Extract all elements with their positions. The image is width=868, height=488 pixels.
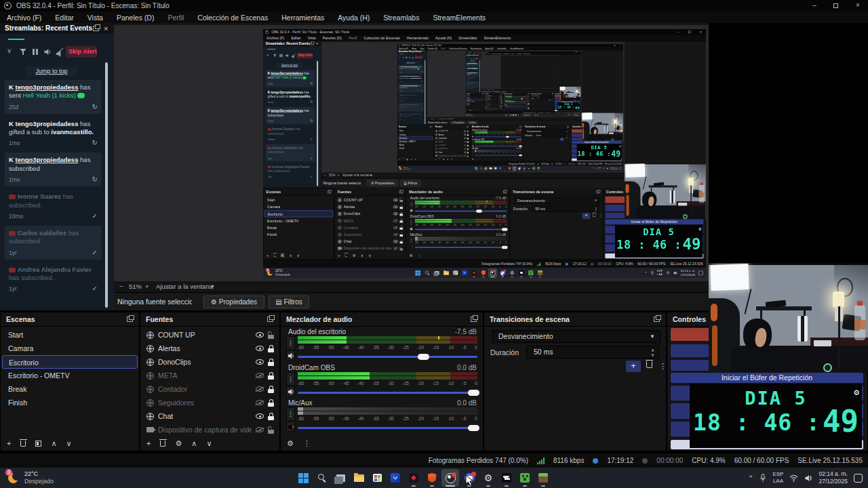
visibility-eye-icon[interactable] (256, 359, 264, 365)
lock-icon[interactable] (268, 359, 274, 366)
visibility-eye-icon[interactable] (256, 413, 264, 419)
source-row[interactable]: DonoClips (142, 355, 278, 369)
popout-icon[interactable] (93, 26, 99, 31)
replay-event-icon[interactable]: ↻ (92, 104, 98, 111)
volume-slider[interactable] (298, 388, 477, 396)
transition-menu-kebab-icon[interactable]: ⋮ (659, 361, 667, 372)
add-source-button[interactable]: + (146, 440, 151, 447)
menu-streamlabs[interactable]: Streamlabs (376, 14, 426, 22)
start-button[interactable] (294, 469, 312, 487)
scene-item[interactable]: Escritorio - OMETV (2, 369, 138, 382)
event-user[interactable]: Ivonne Suarez (18, 192, 61, 200)
menu-ayuda[interactable]: Ayuda (H) (331, 14, 376, 22)
menu-herramientas[interactable]: Herramientas (275, 14, 331, 22)
start-replay-buffer-button[interactable]: Iniciar el Búfer de Repetición (671, 373, 863, 383)
volume-icon[interactable] (804, 474, 812, 482)
microphone-icon[interactable] (760, 474, 766, 483)
lock-icon[interactable] (268, 372, 274, 380)
duration-spinbox[interactable]: 50 ms ∧ ∨ (526, 346, 659, 359)
volume-slider[interactable] (298, 424, 477, 432)
channel-menu-kebab-icon[interactable]: ⋮ (286, 336, 295, 350)
zoom-in-button[interactable]: + (145, 283, 149, 290)
popout-icon[interactable] (654, 317, 660, 322)
replay-event-icon[interactable]: ↻ (92, 140, 98, 147)
add-scene-button[interactable]: + (7, 440, 11, 447)
volume-slider-handle[interactable] (468, 390, 479, 396)
transition-select[interactable]: Desvanecimiento▼ (492, 330, 660, 343)
move-source-up-button[interactable]: ∧ (191, 440, 197, 447)
pause-icon[interactable] (33, 49, 38, 55)
event-card[interactable]: tengo3propiedadess has subscribed 1mo↻ (5, 152, 102, 186)
hidden-eye-icon[interactable] (256, 386, 264, 392)
event-user[interactable]: tengo3propiedadess (16, 83, 79, 91)
lock-icon[interactable] (268, 345, 274, 352)
event-user[interactable]: Carlos saldañez (18, 229, 66, 237)
popout-icon[interactable] (471, 317, 477, 322)
unlock-icon[interactable] (268, 331, 274, 339)
red-app-button[interactable] (405, 469, 422, 487)
popout-icon[interactable] (267, 317, 273, 322)
mixer-menu-kebab-icon[interactable]: ⋮ (303, 440, 311, 447)
minimize-button[interactable]: – (810, 1, 819, 10)
speaker-icon[interactable] (43, 48, 52, 56)
scene-item-selected[interactable]: Escritorio (2, 355, 138, 369)
mute-speaker-icon[interactable] (286, 350, 295, 361)
task-view-button[interactable] (332, 469, 349, 487)
menu-streamelements[interactable]: StreamElements (426, 14, 492, 22)
move-scene-down-button[interactable]: ∨ (66, 440, 72, 447)
fit-dropdown-caret-icon[interactable]: ▼ (210, 284, 215, 289)
lock-icon[interactable] (268, 386, 274, 393)
lock-icon[interactable] (268, 399, 274, 407)
add-transition-button[interactable]: + (626, 361, 641, 372)
taskbar-search-button[interactable] (313, 469, 331, 487)
hidden-eye-icon[interactable] (256, 400, 264, 405)
scene-item[interactable]: Camara (2, 342, 138, 355)
minecraft-creeper-button[interactable] (516, 469, 534, 487)
muted-speaker-icon[interactable] (286, 422, 295, 432)
chevron-down-icon[interactable]: ∨ (7, 47, 12, 54)
event-card[interactable]: Carlos saldañez has subscribed. 1yr✓ (5, 226, 102, 260)
skip-alert-button[interactable]: Skip Alert (66, 46, 97, 58)
mute-alerts-icon[interactable] (56, 48, 64, 56)
spin-up-icon[interactable]: ∧ (651, 348, 654, 352)
source-row[interactable]: Contador (142, 382, 278, 396)
remove-source-button[interactable] (160, 441, 165, 447)
minecraft-launcher-button[interactable] (534, 469, 552, 487)
microsoft-store-button[interactable] (368, 469, 386, 487)
obs-taskbar-button[interactable] (441, 469, 459, 487)
volume-slider[interactable] (298, 352, 477, 361)
wifi-icon[interactable] (789, 474, 798, 482)
event-card[interactable]: Andrea Alejandra Favier has subscribed. … (5, 262, 102, 296)
tray-expand-chevron-icon[interactable]: ⌃ (748, 474, 753, 482)
preview-canvas[interactable]: OBS 32.0.4 - Perfil: Sin Título - Escena… (114, 25, 709, 281)
move-source-down-button[interactable]: ∨ (206, 440, 212, 447)
scene-item[interactable]: Finish (2, 396, 138, 409)
visibility-eye-icon[interactable] (256, 332, 264, 338)
filters-button[interactable]: ▤ Filtros (269, 296, 309, 308)
spin-down-icon[interactable]: ∨ (651, 352, 654, 357)
menu-perfil[interactable]: Perfil (161, 14, 191, 22)
jump-to-top-link[interactable]: Jump to top (26, 66, 77, 77)
scene-item[interactable]: Start (2, 328, 138, 342)
maximize-button[interactable] (833, 3, 838, 8)
source-row[interactable]: Chat (142, 409, 278, 423)
event-card[interactable]: tengo3propiedadess has sent Hell Yeah (1… (5, 80, 102, 114)
scene-item[interactable]: Break (2, 382, 138, 396)
hidden-eye-icon[interactable] (256, 427, 264, 432)
menu-editar[interactable]: Editar (48, 14, 80, 22)
remove-scene-button[interactable] (20, 441, 26, 447)
volume-slider-handle[interactable] (468, 425, 479, 431)
file-explorer-button[interactable] (350, 469, 368, 487)
move-scene-up-button[interactable]: ∧ (51, 440, 56, 447)
advanced-audio-gear-icon[interactable]: ⚙ (287, 440, 294, 447)
scene-filters-button[interactable] (35, 441, 41, 447)
source-row[interactable]: Dispositivo de captura de video (142, 423, 278, 436)
event-card[interactable]: tengo3propiedadess has gifted a sub to i… (5, 117, 102, 150)
hidden-eye-icon[interactable] (256, 373, 264, 378)
menu-vista[interactable]: Vista (81, 14, 110, 22)
source-row[interactable]: Seguidores (142, 396, 278, 409)
event-user[interactable]: Andrea Alejandra Favier (18, 266, 92, 273)
notification-center-icon[interactable] (854, 474, 863, 483)
channel-menu-kebab-icon[interactable]: ⋮ (286, 372, 295, 386)
medal-app-button[interactable] (387, 469, 404, 487)
